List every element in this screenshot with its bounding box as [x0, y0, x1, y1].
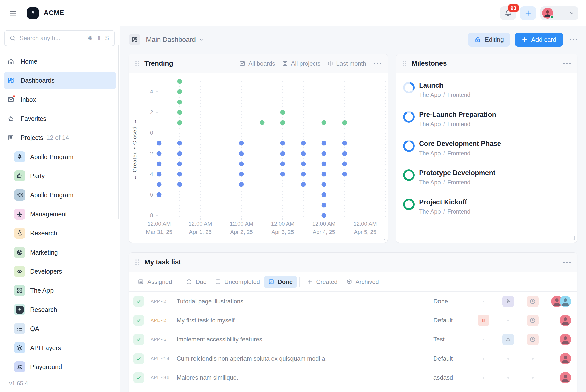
milestone-item[interactable]: Project KickoffThe App/Frontend: [396, 195, 577, 224]
task-row[interactable]: APL-2My first task to myselfDefault: [129, 311, 577, 330]
trending-filter-all-boards[interactable]: All boards: [239, 60, 275, 67]
target-icon: [14, 247, 25, 258]
milestone-title: Core Development Phase: [419, 140, 572, 148]
milestones-more-button[interactable]: [563, 63, 571, 64]
task-checkbox[interactable]: [133, 296, 144, 307]
task-row[interactable]: APL-36Maiores nam similique.asdasd: [129, 368, 577, 387]
task-status: Done: [428, 298, 471, 305]
account-menu[interactable]: [540, 6, 578, 20]
clock-icon[interactable]: [527, 296, 539, 307]
home-icon: [7, 58, 15, 65]
milestone-item[interactable]: Core Development PhaseThe App/Frontend: [396, 137, 577, 166]
task-row[interactable]: APP-2Tutorial page illustrationsDone: [129, 292, 577, 311]
notifications-button[interactable]: 93: [500, 6, 516, 20]
task-filter-created[interactable]: Created: [302, 276, 341, 288]
checkbox-cell: [133, 334, 151, 345]
trending-more-button[interactable]: [374, 63, 381, 64]
filter-label: Last month: [336, 60, 366, 67]
dashboard-more-button[interactable]: [570, 39, 577, 40]
milestone-item[interactable]: Prototype DevelopmentThe App/Frontend: [396, 166, 577, 195]
sidebar-item-home[interactable]: Home: [4, 53, 116, 70]
drag-handle[interactable]: [403, 61, 406, 66]
empty-value-dot: [483, 377, 484, 379]
task-filter-assigned[interactable]: Assigned: [133, 276, 176, 288]
add-card-button[interactable]: Add card: [515, 33, 563, 47]
task-row[interactable]: APL-14Cum reiciendis non aperiam soluta …: [129, 349, 577, 368]
sidebar-item-dashboards[interactable]: Dashboards: [4, 72, 116, 89]
milestone-project: The App: [419, 92, 441, 98]
clock-icon[interactable]: [527, 334, 539, 345]
chevron-down-icon: [198, 37, 204, 43]
milestone-breadcrumb: The App/Frontend: [419, 150, 572, 157]
urgent-icon[interactable]: [478, 315, 489, 326]
sidebar-project-apollo-program[interactable]: Apollo Program: [4, 148, 116, 165]
task-filter-done[interactable]: Done: [264, 276, 297, 288]
cursor-icon[interactable]: [502, 296, 514, 307]
due-cell: [520, 315, 545, 326]
checkbox-cell: [133, 315, 151, 326]
search-input[interactable]: Search anyth... ⌘ ⇧ S: [4, 30, 115, 46]
sidebar-project-playground[interactable]: Playground: [4, 358, 116, 375]
task-rows: APP-2Tutorial page illustrationsDoneAPL-…: [129, 292, 577, 387]
task-filter-uncompleted[interactable]: Uncompleted: [211, 276, 264, 288]
sidebar-scrollbar[interactable]: [118, 45, 119, 219]
sidebar-project-api-layers[interactable]: API Layers: [4, 339, 116, 356]
tasklist-card: My task list AssignedDueUncompletedDoneC…: [129, 252, 577, 392]
marker-cell: [496, 358, 520, 360]
milestone-item[interactable]: LaunchThe App/Frontend: [396, 78, 577, 108]
sidebar-project-management[interactable]: Management: [4, 206, 116, 223]
projects-icon: [282, 60, 288, 67]
dashboard-title-dropdown[interactable]: Main Dashboard: [146, 36, 204, 44]
task-checkbox[interactable]: [133, 353, 144, 364]
assignee-avatar[interactable]: [560, 315, 571, 326]
assignee-avatar[interactable]: [560, 372, 571, 383]
sidebar-item-projects[interactable]: Projects 12 of 14: [4, 129, 116, 146]
sidebar-project-qa[interactable]: QA: [4, 320, 116, 337]
task-row[interactable]: APP-5Implement accessibility featuresTes…: [129, 330, 577, 349]
create-button[interactable]: [520, 6, 536, 20]
sidebar-item-favorites[interactable]: Favorites: [4, 110, 116, 127]
resize-handle-icon[interactable]: [381, 236, 385, 240]
priority-cell: [471, 301, 496, 302]
sidebar-project-the-app[interactable]: The App: [4, 282, 116, 299]
drag-handle[interactable]: [135, 61, 139, 66]
task-checkbox[interactable]: [133, 334, 144, 345]
slash-separator: /: [443, 208, 445, 215]
drag-handle[interactable]: [135, 259, 139, 265]
assignee-avatar[interactable]: [560, 334, 571, 345]
sidebar-project-party[interactable]: Party: [4, 167, 116, 184]
filter-label: All projects: [291, 60, 320, 67]
sidebar-project-marketing[interactable]: Marketing: [4, 244, 116, 261]
hamburger-menu-icon[interactable]: [8, 8, 19, 19]
task-filter-due[interactable]: Due: [182, 276, 211, 288]
sidebar-project-research[interactable]: Research: [4, 225, 116, 242]
priority-cell: [471, 339, 496, 340]
assignee-avatar[interactable]: [560, 296, 571, 307]
assignee-avatar[interactable]: [560, 353, 571, 364]
task-filter-archived[interactable]: Archived: [342, 276, 383, 288]
task-checkbox[interactable]: [133, 372, 144, 383]
sidebar-item-inbox[interactable]: Inbox: [4, 91, 116, 108]
workspace-logo[interactable]: [27, 7, 39, 19]
trending-filter-last-month[interactable]: Last month: [327, 60, 366, 67]
filter-label: Assigned: [147, 278, 172, 285]
sidebar-project-developers[interactable]: Developers: [4, 263, 116, 280]
milestone-progress-ring: [403, 111, 415, 123]
editing-toggle-button[interactable]: Editing: [468, 33, 510, 47]
filter-label: Archived: [356, 278, 379, 285]
clock-icon[interactable]: [527, 315, 539, 326]
triangle-icon[interactable]: [502, 334, 514, 345]
milestone-title: Pre-Launch Preparation: [419, 111, 572, 119]
sidebar-project-apollo-program[interactable]: Apollo Program: [4, 186, 116, 204]
milestone-breadcrumb: The App/Frontend: [419, 92, 572, 99]
dashboard-grid-icon: [129, 34, 140, 45]
task-checkbox[interactable]: [133, 315, 144, 326]
resize-handle-icon[interactable]: [571, 236, 575, 240]
project-label: Research: [30, 306, 57, 313]
sidebar-project-research[interactable]: Research: [4, 301, 116, 318]
chevron-down-icon: [568, 10, 575, 16]
trending-filter-all-projects[interactable]: All projects: [282, 60, 320, 67]
tasklist-more-button[interactable]: [563, 262, 571, 263]
plus-icon: [524, 9, 532, 17]
milestone-item[interactable]: Pre-Launch PreparationThe App/Frontend: [396, 108, 577, 137]
